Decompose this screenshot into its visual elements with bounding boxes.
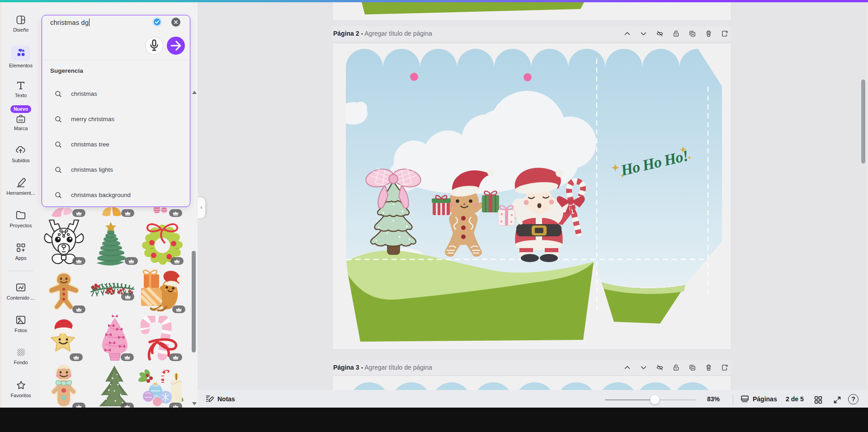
- svg-text:co: co: [19, 118, 23, 122]
